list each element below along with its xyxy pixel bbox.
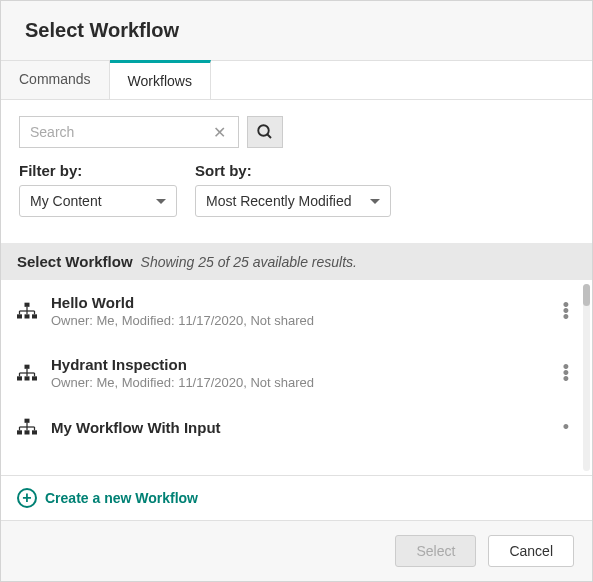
- workflow-icon: [17, 302, 37, 320]
- svg-rect-20: [25, 419, 30, 423]
- clear-icon[interactable]: ✕: [209, 123, 230, 142]
- list-item[interactable]: Hydrant Inspection Owner: Me, Modified: …: [1, 342, 592, 404]
- results-list[interactable]: Hello World Owner: Me, Modified: 11/17/2…: [1, 280, 592, 475]
- search-icon: [256, 123, 274, 141]
- filter-by-dropdown[interactable]: My Content: [19, 185, 177, 217]
- filters-row: Filter by: My Content Sort by: Most Rece…: [19, 162, 574, 217]
- svg-point-0: [258, 125, 269, 136]
- filter-by-value: My Content: [30, 193, 102, 209]
- chevron-down-icon: [156, 199, 166, 204]
- content-area: ✕ Filter by: My Content Sort by: Most Re…: [1, 100, 592, 225]
- dialog-footer: Select Cancel: [1, 520, 592, 581]
- svg-rect-5: [32, 314, 37, 318]
- plus-icon: +: [17, 488, 37, 508]
- cancel-button[interactable]: Cancel: [488, 535, 574, 567]
- sort-group: Sort by: Most Recently Modified: [195, 162, 391, 217]
- list-item-title: Hello World: [51, 294, 542, 311]
- more-options-icon[interactable]: •••: [556, 364, 576, 382]
- svg-rect-23: [32, 430, 37, 434]
- search-button[interactable]: [247, 116, 283, 148]
- workflow-icon: [17, 418, 37, 436]
- list-item-title: Hydrant Inspection: [51, 356, 542, 373]
- scrollbar-thumb[interactable]: [583, 284, 590, 306]
- create-workflow-label: Create a new Workflow: [45, 490, 198, 506]
- tab-commands[interactable]: Commands: [1, 61, 110, 99]
- svg-rect-2: [25, 303, 30, 307]
- workflow-icon: [17, 364, 37, 382]
- results-header: Select Workflow Showing 25 of 25 availab…: [1, 243, 592, 280]
- svg-rect-22: [25, 430, 30, 434]
- svg-rect-4: [25, 314, 30, 318]
- list-item[interactable]: My Workflow With Input •: [1, 404, 592, 436]
- list-item-body: My Workflow With Input: [51, 419, 542, 436]
- more-options-icon[interactable]: •: [556, 424, 576, 430]
- tab-workflows[interactable]: Workflows: [110, 60, 211, 99]
- dialog-header: Select Workflow: [1, 1, 592, 61]
- list-item-meta: Owner: Me, Modified: 11/17/2020, Not sha…: [51, 313, 542, 328]
- list-item[interactable]: Hello World Owner: Me, Modified: 11/17/2…: [1, 280, 592, 342]
- svg-rect-13: [25, 376, 30, 380]
- search-row: ✕: [19, 116, 574, 148]
- svg-rect-3: [17, 314, 22, 318]
- results-count: Showing 25 of 25 available results.: [141, 254, 357, 270]
- scrollbar[interactable]: [583, 284, 590, 471]
- svg-line-1: [267, 134, 271, 138]
- select-workflow-dialog: Select Workflow Commands Workflows ✕ Fil…: [0, 0, 593, 582]
- sort-by-dropdown[interactable]: Most Recently Modified: [195, 185, 391, 217]
- svg-rect-14: [32, 376, 37, 380]
- results-title: Select Workflow: [17, 253, 133, 270]
- filter-by-label: Filter by:: [19, 162, 177, 179]
- dialog-title: Select Workflow: [25, 19, 568, 42]
- list-item-title: My Workflow With Input: [51, 419, 542, 436]
- svg-rect-21: [17, 430, 22, 434]
- sort-by-value: Most Recently Modified: [206, 193, 352, 209]
- list-item-meta: Owner: Me, Modified: 11/17/2020, Not sha…: [51, 375, 542, 390]
- svg-rect-12: [17, 376, 22, 380]
- sort-by-label: Sort by:: [195, 162, 391, 179]
- list-item-body: Hello World Owner: Me, Modified: 11/17/2…: [51, 294, 542, 328]
- filter-group: Filter by: My Content: [19, 162, 177, 217]
- chevron-down-icon: [370, 199, 380, 204]
- svg-rect-11: [25, 365, 30, 369]
- tab-bar: Commands Workflows: [1, 61, 592, 100]
- list-item-body: Hydrant Inspection Owner: Me, Modified: …: [51, 356, 542, 390]
- select-button: Select: [395, 535, 476, 567]
- search-input[interactable]: [28, 123, 209, 141]
- search-box: ✕: [19, 116, 239, 148]
- results-list-wrap: Hello World Owner: Me, Modified: 11/17/2…: [1, 280, 592, 475]
- create-workflow-button[interactable]: + Create a new Workflow: [1, 475, 592, 520]
- more-options-icon[interactable]: •••: [556, 302, 576, 320]
